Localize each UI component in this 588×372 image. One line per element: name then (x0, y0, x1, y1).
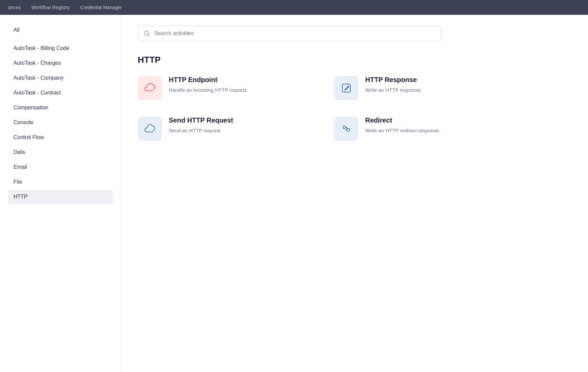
card-description-http-endpoint: Handle an incoming HTTP request. (169, 86, 313, 94)
redirect-icon (340, 123, 352, 135)
card-icon-http-response (334, 76, 358, 100)
main-container: All AutoTask - Billing Code AutoTask - C… (0, 15, 588, 372)
cloud-icon (144, 82, 156, 94)
content-area: HTTP HTTP Endpoint Handle an incoming HT… (122, 15, 588, 372)
top-nav: ances Workflow Registry Credential Manag… (0, 0, 588, 15)
sidebar-item-all[interactable]: All (8, 26, 113, 41)
card-title-redirect: Redirect (365, 116, 509, 124)
card-description-redirect: Write an HTTP redirect response. (365, 127, 509, 135)
card-content-redirect: Redirect Write an HTTP redirect response… (365, 116, 509, 135)
card-description-send-http-request: Send an HTTP request. (169, 127, 313, 135)
card-http-response[interactable]: HTTP Response Write an HTTP response. (334, 76, 509, 100)
sidebar: All AutoTask - Billing Code AutoTask - C… (0, 15, 122, 372)
svg-point-3 (343, 126, 346, 129)
search-input[interactable] (154, 30, 436, 36)
sidebar-item-console[interactable]: Console (8, 115, 113, 130)
nav-item-workflow-registry[interactable]: Workflow Registry (31, 5, 70, 10)
edit-icon (340, 82, 352, 94)
card-redirect[interactable]: Redirect Write an HTTP redirect response… (334, 116, 509, 141)
cards-grid: HTTP Endpoint Handle an incoming HTTP re… (138, 76, 509, 141)
card-content-http-response: HTTP Response Write an HTTP response. (365, 76, 509, 94)
nav-item-credential-manager[interactable]: Credential Manager (80, 5, 122, 10)
card-title-send-http-request: Send HTTP Request (169, 116, 313, 124)
card-content-send-http-request: Send HTTP Request Send an HTTP request. (169, 116, 313, 135)
card-http-endpoint[interactable]: HTTP Endpoint Handle an incoming HTTP re… (138, 76, 313, 100)
sidebar-item-data[interactable]: Data (8, 145, 113, 159)
card-title-http-response: HTTP Response (365, 76, 509, 84)
svg-point-4 (347, 129, 350, 131)
sidebar-item-http[interactable]: HTTP (8, 190, 113, 204)
cloud-outline-icon (144, 123, 156, 135)
search-icon (143, 30, 150, 37)
sidebar-item-autotask-charges[interactable]: AutoTask - Charges (8, 56, 113, 70)
sidebar-item-autotask-contract[interactable]: AutoTask - Contract (8, 86, 113, 100)
card-icon-redirect (334, 116, 358, 141)
sidebar-item-autotask-company[interactable]: AutoTask - Company (8, 71, 113, 85)
section-title: HTTP (138, 55, 572, 65)
sidebar-item-file[interactable]: File (8, 175, 113, 189)
nav-item-ances[interactable]: ances (8, 5, 21, 10)
card-send-http-request[interactable]: Send HTTP Request Send an HTTP request. (138, 116, 313, 141)
sidebar-item-compensation[interactable]: Compensation (8, 101, 113, 115)
card-icon-http-endpoint (138, 76, 162, 100)
svg-line-1 (148, 35, 150, 36)
card-content-http-endpoint: HTTP Endpoint Handle an incoming HTTP re… (169, 76, 313, 94)
card-title-http-endpoint: HTTP Endpoint (169, 76, 313, 84)
sidebar-item-autotask-billing-code[interactable]: AutoTask - Billing Code (8, 41, 113, 55)
card-icon-send-http-request (138, 116, 162, 141)
sidebar-item-email[interactable]: Email (8, 160, 113, 174)
sidebar-item-control-flow[interactable]: Control Flow (8, 130, 113, 144)
card-description-http-response: Write an HTTP response. (365, 86, 509, 94)
search-bar (138, 26, 442, 41)
